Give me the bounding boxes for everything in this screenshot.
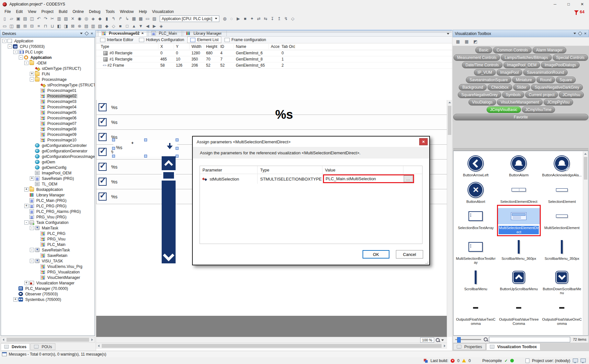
tree-expander-icon[interactable]: - xyxy=(19,55,23,60)
device-tree-item[interactable]: Observer (705003) xyxy=(1,291,95,297)
column-header[interactable]: ID xyxy=(218,44,234,49)
device-tree-item[interactable]: ProcessImage08 xyxy=(1,126,95,132)
device-tree-item[interactable]: PRG_Visualization xyxy=(1,269,95,275)
toolbar-icon[interactable]: ⊓ xyxy=(42,23,49,29)
toolbar-icon[interactable]: ▶ xyxy=(151,23,158,29)
toolbar-icon[interactable]: ↷ xyxy=(42,16,49,22)
cancel-button[interactable]: Cancel xyxy=(396,250,423,259)
tree-expander-icon[interactable]: - xyxy=(30,248,34,252)
slider-thumb[interactable] xyxy=(457,337,461,343)
toolbar-icon[interactable]: ▲ xyxy=(131,23,137,29)
toolbar-icon[interactable]: ✦ xyxy=(248,16,255,22)
device-tree-item[interactable]: ProcessImage10 xyxy=(1,137,95,143)
dialog-close-button[interactable]: ✕ xyxy=(419,138,428,145)
column-header[interactable]: Type xyxy=(99,44,158,49)
toolbar-icon[interactable]: ▩ xyxy=(137,16,144,22)
editor-tab[interactable]: ProcessImage02 ✕ xyxy=(98,30,147,36)
checkbox-checked-icon[interactable] xyxy=(98,163,107,171)
magnifier-icon[interactable] xyxy=(436,338,440,342)
maximize-button[interactable]: □ xyxy=(562,0,575,8)
tree-expander-icon[interactable]: + xyxy=(30,72,34,76)
toolbar-icon[interactable]: □ xyxy=(124,23,131,29)
device-tree-item[interactable]: + Bootapplication xyxy=(1,187,95,192)
device-tree-item[interactable]: ProcessImage03 xyxy=(1,99,95,104)
column-header[interactable]: X xyxy=(158,44,174,49)
device-tree-item[interactable]: + Systembus (705000) xyxy=(1,297,95,302)
menu-item[interactable]: Build xyxy=(56,9,70,15)
panel-tab[interactable]: Properties xyxy=(453,343,486,350)
toolbar-icon[interactable]: ▱ xyxy=(8,16,15,22)
resize-handle[interactable] xyxy=(144,138,147,141)
toolbar-icon[interactable]: ◉ xyxy=(76,16,83,22)
pin-icon[interactable] xyxy=(578,31,582,36)
resize-handle[interactable] xyxy=(112,155,115,158)
category-button[interactable]: ImagePool_OEM xyxy=(503,62,540,68)
device-tree-item[interactable]: ProcessImage01 xyxy=(1,88,95,93)
toolbar-icon[interactable]: ⊞ xyxy=(22,23,29,29)
toolbar-icon[interactable]: ▦ xyxy=(15,23,22,29)
category-button[interactable]: SquareNegativeGrey xyxy=(458,92,501,98)
toolbox-item[interactable]: ButtonAcknowledgeAla... xyxy=(540,152,583,179)
device-tree-item[interactable]: SaveRetain xyxy=(1,253,95,258)
device-tree-item[interactable]: ProcessImage07 xyxy=(1,121,95,126)
column-header[interactable]: Width xyxy=(190,44,204,49)
editor-subtab[interactable]: Element List xyxy=(187,37,221,43)
column-header[interactable]: Height xyxy=(204,44,218,49)
toolbox-item[interactable]: OutputstDoubleValueBase xyxy=(497,327,540,336)
category-button[interactable]: JCmpVisu xyxy=(559,92,583,98)
panel-tab[interactable]: Visualization Toolbox xyxy=(486,343,540,350)
toolbar-icon[interactable]: ▯ xyxy=(1,16,8,22)
toolbox-toolbar-icon[interactable]: ▦ xyxy=(463,39,470,45)
device-tree-item[interactable]: ProcessImage09 xyxy=(1,132,95,137)
category-button[interactable]: Current project xyxy=(525,92,558,98)
scrollbar-track[interactable] xyxy=(162,181,176,249)
toolbar-icon[interactable]: ▭ xyxy=(144,16,151,22)
toolbar-icon[interactable]: ◆ xyxy=(103,23,110,29)
toolbar-icon[interactable]: ▭ xyxy=(1,23,8,29)
category-button[interactable]: IP_VUM xyxy=(474,69,496,76)
toolbar-icon[interactable]: ⊔ xyxy=(49,23,56,29)
category-button[interactable]: Miniature xyxy=(512,77,535,83)
toolbar-icon[interactable]: ↰ xyxy=(110,16,117,22)
menu-item[interactable]: Edit xyxy=(13,9,25,15)
device-tree-item[interactable]: - -OEM xyxy=(1,60,95,66)
close-panel-icon[interactable]: ✕ xyxy=(584,32,587,35)
device-tree-item[interactable]: PLC_Main (PRG) xyxy=(1,198,95,203)
toolbox-search-input[interactable] xyxy=(489,337,570,342)
toolbar-icon[interactable]: ⇄ xyxy=(255,16,262,22)
menu-item[interactable]: Tools xyxy=(103,9,117,15)
splitter[interactable] xyxy=(453,148,588,151)
category-button[interactable]: VisuDialogs xyxy=(468,99,496,105)
canvas-hscrollbar[interactable] xyxy=(96,343,447,349)
device-tree-item[interactable]: VisuClientManager xyxy=(1,275,95,280)
category-button[interactable]: Common Controls xyxy=(493,47,532,53)
device-tree-item[interactable]: gvlConfigurationProcessImage xyxy=(1,154,95,159)
ok-button[interactable]: OK xyxy=(363,250,389,259)
tree-expander-icon[interactable]: + xyxy=(13,297,17,302)
checkbox-checked-icon[interactable] xyxy=(98,133,107,141)
device-tree-item[interactable]: - PLC Logic xyxy=(1,49,95,55)
panel-menu-icon[interactable] xyxy=(573,33,576,34)
menu-item[interactable]: Window xyxy=(117,9,136,15)
editor-subtab[interactable]: Interface Editor xyxy=(98,37,136,43)
browse-button[interactable]: ... xyxy=(404,175,413,182)
toolbar-icon[interactable]: ▧ xyxy=(63,16,69,22)
category-button[interactable]: Date/Time Controls xyxy=(462,62,502,68)
device-tree-item[interactable]: VisuElems.Visu_Prg xyxy=(1,264,95,269)
toolbox-vscrollbar[interactable] xyxy=(583,151,588,335)
toolbar-icon[interactable]: ▮ xyxy=(103,16,110,22)
selected-frame-element[interactable]: %s + xyxy=(113,140,177,156)
toolbox-item[interactable]: OutputstDoubleValue xyxy=(540,327,583,336)
editor-tab[interactable]: Library Manager xyxy=(183,30,226,36)
toolbar-icon[interactable]: ◇ xyxy=(110,23,117,29)
toolbox-item[interactable]: ScrollbarMenu_350px xyxy=(540,236,583,266)
close-panel-icon[interactable]: ✕ xyxy=(91,32,93,35)
visualization-canvas[interactable]: %s %s + %s xyxy=(96,100,452,351)
zoom-level[interactable]: 100 % xyxy=(420,337,434,343)
device-tree-item[interactable]: ProcessImage02 xyxy=(1,93,95,99)
tree-expander-icon[interactable]: + xyxy=(30,176,34,181)
device-tree-item[interactable]: + Visualization Manager xyxy=(1,280,95,286)
device-tree-item[interactable]: PLC_PRG_Alarms (PRG) xyxy=(1,209,95,214)
toolbar-icon[interactable]: ✂ xyxy=(49,16,56,22)
close-tab-icon[interactable]: ✕ xyxy=(141,31,144,35)
